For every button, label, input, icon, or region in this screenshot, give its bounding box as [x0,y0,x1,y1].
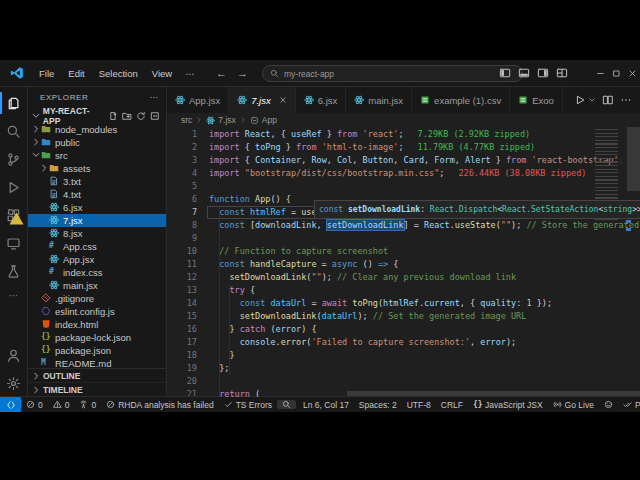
new-file-icon[interactable] [108,111,118,121]
txt-icon [49,189,59,199]
activity-testing[interactable] [0,257,27,285]
tree-item-package-lock-json[interactable]: {}package-lock.json [28,331,166,344]
sidebar-more-button[interactable]: ⋯ [149,93,158,102]
tree-item-label: .gitignore [55,293,94,304]
css-icon: # [49,267,59,277]
tree-item-3-txt[interactable]: 3.txt [28,175,166,188]
run-file-button[interactable] [574,94,586,106]
tree-item-public[interactable]: public [28,136,166,149]
tree-item-package-json[interactable]: {}package.json [28,344,166,357]
maximize-button[interactable] [608,60,624,86]
close-tab-icon[interactable] [279,96,287,104]
tree-item-index-html[interactable]: index.html [28,318,166,331]
breadcrumb-item[interactable]: App [262,115,277,125]
tree-item-label: App.jsx [63,254,94,265]
close-window-button[interactable] [624,60,640,86]
tree-item-assets[interactable]: assets [28,162,166,175]
tree-item-main-jsx[interactable]: main.jsx [28,279,166,292]
activity-run-debug[interactable] [0,173,27,201]
code-editor[interactable]: 1import React, { useRef } from 'react';7… [167,127,640,397]
menu-view[interactable]: View [145,68,179,79]
code-line: 19 }; [167,362,640,375]
tree-item-node-modules[interactable]: node_modules [28,123,166,136]
code-line: 10 // Function to capture screenshot [167,245,640,258]
menu-selection[interactable]: Selection [92,68,145,79]
menu-file[interactable]: File [32,68,61,79]
vertical-scrollbar[interactable] [627,127,640,191]
react-icon [206,116,215,125]
radio-tower-icon [79,400,88,409]
tree-item-6-jsx[interactable]: 6.jsx [28,201,166,214]
status-crlf[interactable]: CRLF [436,400,468,410]
status-0[interactable]: 0 [74,400,101,410]
status-0[interactable]: 0 [21,400,48,410]
remote-indicator[interactable] [0,397,21,412]
tree-item-index-css[interactable]: #index.css [28,266,166,279]
tab-7-jsx[interactable]: 7.jsx [229,87,296,113]
status-rhda-analysis-has-failed[interactable]: RHDA analysis has failed [101,400,218,410]
tree-item-src[interactable]: src [28,149,166,162]
file-tree: node_modulespublicsrcassets3.txt4.txt6.j… [28,123,166,368]
tree-item--gitignore[interactable]: .gitignore [28,292,166,305]
tab-example-1-csv[interactable]: example (1).csv [412,87,510,113]
tree-item-app-css[interactable]: #App.css [28,240,166,253]
project-root-row[interactable]: MY-REACT-APP [28,109,166,123]
tree-item-8-jsx[interactable]: 8.jsx [28,227,166,240]
tree-item-readme-md[interactable]: MREADME.md [28,357,166,368]
line-number: 17 [167,336,209,349]
tab-main-jsx[interactable]: main.jsx [346,87,412,113]
collapse-all-icon[interactable] [150,111,160,121]
refresh-icon[interactable] [136,111,146,121]
tab-exoo[interactable]: Exoo [510,87,563,113]
toggle-panel-bottom-icon[interactable] [518,67,530,79]
activity-extensions[interactable] [0,201,27,229]
breadcrumb-item[interactable]: 7.jsx [218,115,235,125]
status-spaces-2[interactable]: Spaces: 2 [354,400,402,410]
code-text: setDownloadLink(dataUrl); // Set the gen… [209,310,526,323]
editor-more-button[interactable] [620,94,632,106]
status-utf-8[interactable]: UTF-8 [402,400,436,410]
status-ln-6-col-17[interactable]: Ln 6, Col 17 [298,400,354,410]
run-dropdown-button[interactable] [588,96,596,104]
line-number: 20 [167,375,209,388]
toggle-panel-right-icon[interactable] [537,67,549,79]
activity-more-button[interactable]: ⋯ [9,285,19,305]
status-ts-errors[interactable]: TS Errors [219,400,277,410]
react-icon [49,228,59,238]
command-center-search[interactable]: my-react-app [262,65,523,82]
new-folder-icon[interactable] [122,111,132,121]
workbench: ⋯ EXPLORER ⋯ MY-REACT-APP node_modulespu… [0,87,640,397]
activity-remote-explorer[interactable] [0,229,27,257]
status-face[interactable] [599,400,618,409]
status-magnifier[interactable] [277,400,296,409]
activity-account[interactable] [0,341,27,369]
tab-6-jsx[interactable]: 6.jsx [296,87,347,113]
activity-explorer[interactable] [0,89,27,117]
toggle-layout-icon[interactable] [556,67,568,79]
tab-app-jsx[interactable]: App.jsx [167,87,229,113]
back-icon[interactable]: ← [216,67,227,79]
menu-overflow-button[interactable]: ⋯ [179,68,202,79]
status-javascript-jsx[interactable]: {}JavaScript JSX [468,400,548,410]
horizontal-scrollbar[interactable] [347,391,640,396]
status-0[interactable]: 0 [48,400,75,410]
code-line: 20 [167,375,640,388]
activity-settings[interactable] [0,369,27,397]
section-outline[interactable]: OUTLINE [28,369,166,383]
activity-search[interactable] [0,117,27,145]
activity-source-control[interactable] [0,145,27,173]
minimize-button[interactable] [592,60,608,86]
tab-label: 6.jsx [318,95,338,106]
section-timeline[interactable]: TIMELINE [28,383,166,397]
menu-edit[interactable]: Edit [61,68,91,79]
tree-item-app-jsx[interactable]: App.jsx [28,253,166,266]
tree-item-4-txt[interactable]: 4.txt [28,188,166,201]
status-prettier[interactable]: Prettier [618,400,640,410]
toggle-panel-left-icon[interactable] [499,67,511,79]
tree-item-eslint-config-js[interactable]: eslint.config.js [28,305,166,318]
forward-icon[interactable]: → [237,67,248,79]
split-editor-button[interactable] [602,94,614,106]
tree-item-7-jsx[interactable]: 7.jsx [28,214,166,227]
status-go-live[interactable]: Go Live [548,400,599,410]
breadcrumb-item[interactable]: src [181,115,192,125]
